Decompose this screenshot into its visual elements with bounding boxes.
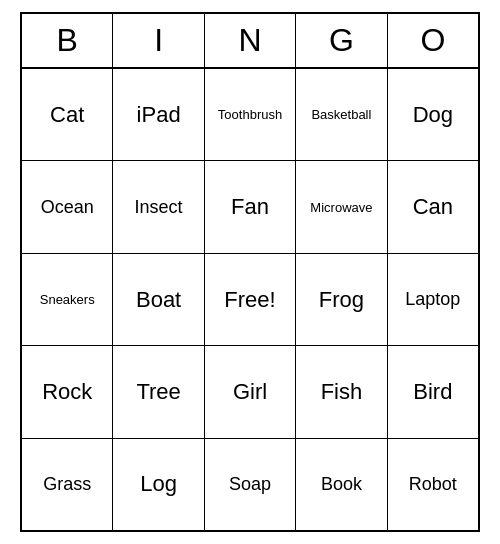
grid-cell-3-4: Bird — [388, 346, 478, 437]
cell-text-2-2: Free! — [224, 287, 275, 313]
grid-row-0: CatiPadToothbrushBasketballDog — [22, 69, 478, 161]
grid-cell-1-4: Can — [388, 161, 478, 252]
header-row: BINGO — [22, 14, 478, 69]
grid-cell-2-3: Frog — [296, 254, 387, 345]
cell-text-2-4: Laptop — [405, 289, 460, 310]
cell-text-1-0: Ocean — [41, 197, 94, 218]
grid-row-1: OceanInsectFanMicrowaveCan — [22, 161, 478, 253]
grid-cell-1-3: Microwave — [296, 161, 387, 252]
cell-text-0-1: iPad — [137, 102, 181, 128]
cell-text-3-0: Rock — [42, 379, 92, 405]
cell-text-2-0: Sneakers — [40, 292, 95, 307]
bingo-card: BINGO CatiPadToothbrushBasketballDogOcea… — [20, 12, 480, 532]
grid-row-2: SneakersBoatFree!FrogLaptop — [22, 254, 478, 346]
grid-cell-4-4: Robot — [388, 439, 478, 530]
header-cell-o: O — [388, 14, 478, 67]
cell-text-2-1: Boat — [136, 287, 181, 313]
grid-cell-2-0: Sneakers — [22, 254, 113, 345]
grid-cell-4-2: Soap — [205, 439, 296, 530]
cell-text-0-0: Cat — [50, 102, 84, 128]
grid-cell-3-1: Tree — [113, 346, 204, 437]
grid-cell-3-3: Fish — [296, 346, 387, 437]
grid-row-3: RockTreeGirlFishBird — [22, 346, 478, 438]
grid-cell-1-1: Insect — [113, 161, 204, 252]
grid-cell-0-1: iPad — [113, 69, 204, 160]
cell-text-1-4: Can — [413, 194, 453, 220]
bingo-grid: CatiPadToothbrushBasketballDogOceanInsec… — [22, 69, 478, 530]
cell-text-0-2: Toothbrush — [218, 107, 282, 122]
grid-cell-2-1: Boat — [113, 254, 204, 345]
grid-cell-1-0: Ocean — [22, 161, 113, 252]
cell-text-4-3: Book — [321, 474, 362, 495]
cell-text-1-1: Insect — [135, 197, 183, 218]
cell-text-3-2: Girl — [233, 379, 267, 405]
grid-cell-0-4: Dog — [388, 69, 478, 160]
grid-cell-2-4: Laptop — [388, 254, 478, 345]
grid-cell-3-0: Rock — [22, 346, 113, 437]
header-cell-n: N — [205, 14, 296, 67]
header-cell-b: B — [22, 14, 113, 67]
header-cell-i: I — [113, 14, 204, 67]
grid-cell-0-2: Toothbrush — [205, 69, 296, 160]
grid-cell-1-2: Fan — [205, 161, 296, 252]
cell-text-4-4: Robot — [409, 474, 457, 495]
cell-text-4-0: Grass — [43, 474, 91, 495]
header-cell-g: G — [296, 14, 387, 67]
cell-text-1-3: Microwave — [310, 200, 372, 215]
cell-text-3-3: Fish — [321, 379, 363, 405]
grid-cell-4-1: Log — [113, 439, 204, 530]
cell-text-3-4: Bird — [413, 379, 452, 405]
cell-text-4-2: Soap — [229, 474, 271, 495]
cell-text-0-4: Dog — [413, 102, 453, 128]
grid-cell-3-2: Girl — [205, 346, 296, 437]
cell-text-3-1: Tree — [136, 379, 180, 405]
grid-cell-4-3: Book — [296, 439, 387, 530]
grid-cell-2-2: Free! — [205, 254, 296, 345]
grid-cell-0-0: Cat — [22, 69, 113, 160]
cell-text-0-3: Basketball — [311, 107, 371, 122]
cell-text-2-3: Frog — [319, 287, 364, 313]
cell-text-1-2: Fan — [231, 194, 269, 220]
grid-row-4: GrassLogSoapBookRobot — [22, 439, 478, 530]
cell-text-4-1: Log — [140, 471, 177, 497]
grid-cell-0-3: Basketball — [296, 69, 387, 160]
grid-cell-4-0: Grass — [22, 439, 113, 530]
